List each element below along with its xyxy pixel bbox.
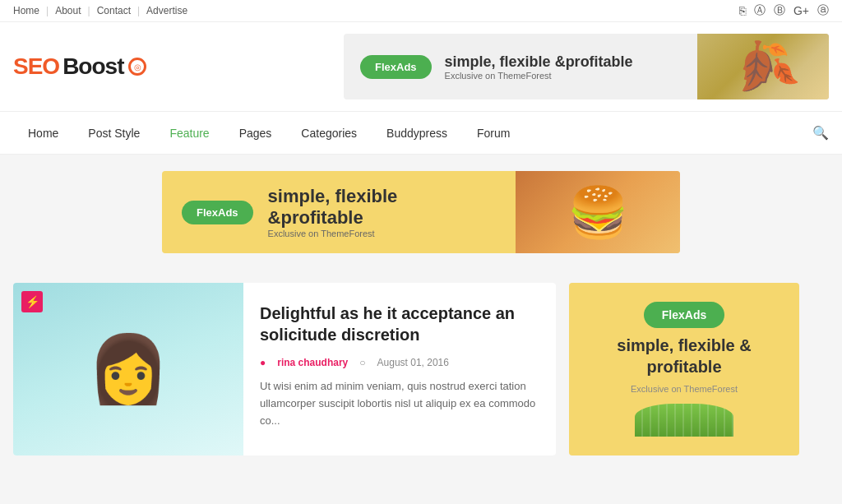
- clock-icon: ○: [359, 357, 365, 368]
- article-meta: ● rina chaudhary ○ August 01, 2016: [260, 357, 539, 368]
- sidebar-ad-sub-text: Exclusive on ThemeForest: [631, 384, 738, 394]
- googleplus-icon[interactable]: G+: [793, 4, 809, 17]
- sidebar-ad-bottom: [585, 404, 783, 437]
- top-nav-contact[interactable]: Contact: [90, 5, 137, 16]
- logo-target-icon: [128, 58, 146, 76]
- instagram-icon[interactable]: ⓐ: [817, 3, 829, 18]
- header-banner-text: simple, flexible &profitable Exclusive o…: [445, 53, 633, 81]
- top-nav-advertise[interactable]: Advertise: [140, 5, 194, 16]
- logo-seo: SEO: [13, 53, 59, 80]
- grass-decoration: [635, 404, 733, 437]
- content-area: 👩 ⚡ Delightful as he it acceptance an so…: [0, 270, 842, 469]
- site-logo[interactable]: SEOBoost: [13, 53, 146, 80]
- sidebar-ad[interactable]: FlexAds simple, flexible & profitable Ex…: [569, 283, 799, 455]
- nav-categories[interactable]: Categories: [286, 113, 372, 153]
- nav-feature[interactable]: Feature: [155, 113, 224, 153]
- nav-post-style[interactable]: Post Style: [73, 113, 155, 153]
- author-icon: ●: [260, 357, 266, 368]
- big-banner-text: simple, flexible &profitable Exclusive o…: [268, 186, 496, 238]
- main-navigation: Home Post Style Feature Pages Categories…: [0, 112, 842, 155]
- big-banner-image: 🍔: [516, 171, 680, 253]
- leaf-decoration: [697, 34, 829, 99]
- article-image: 👩: [13, 283, 243, 455]
- top-nav-about[interactable]: About: [49, 5, 87, 16]
- site-header: SEOBoost FlexAds simple, flexible &profi…: [0, 22, 842, 112]
- big-banner-main-text: simple, flexible &profitable: [268, 186, 496, 229]
- big-ad-banner[interactable]: FlexAds simple, flexible &profitable Exc…: [162, 171, 680, 253]
- social-icons: ⎘ Ⓐ Ⓑ G+ ⓐ: [739, 3, 829, 18]
- header-banner-content: FlexAds simple, flexible &profitable Exc…: [344, 53, 697, 81]
- burger-decoration: 🍔: [516, 171, 680, 253]
- article-body: Delightful as he it acceptance an solici…: [243, 283, 556, 455]
- lightning-badge: ⚡: [21, 291, 43, 312]
- big-banner-wrapper: FlexAds simple, flexible &profitable Exc…: [0, 155, 842, 270]
- header-banner-main-text: simple, flexible &profitable: [445, 53, 633, 71]
- header-banner-image: [697, 34, 829, 99]
- main-nav-links: Home Post Style Feature Pages Categories…: [13, 113, 525, 153]
- article-date: August 01, 2016: [377, 357, 449, 368]
- author-name[interactable]: rina chaudhary: [277, 357, 348, 368]
- flexads-big-button[interactable]: FlexAds: [182, 201, 253, 224]
- twitter-icon[interactable]: Ⓑ: [774, 3, 785, 18]
- article-card: 👩 ⚡ Delightful as he it acceptance an so…: [13, 283, 556, 455]
- article-excerpt: Ut wisi enim ad minim veniam, quis nostr…: [260, 378, 539, 429]
- logo-boost: Boost: [62, 53, 123, 80]
- article-title[interactable]: Delightful as he it acceptance an solici…: [260, 303, 539, 345]
- nav-pages[interactable]: Pages: [224, 113, 287, 153]
- header-ad-banner[interactable]: FlexAds simple, flexible &profitable Exc…: [344, 34, 829, 99]
- big-banner-left: FlexAds simple, flexible &profitable Exc…: [162, 186, 516, 238]
- rss-icon[interactable]: ⎘: [739, 4, 746, 17]
- big-banner-sub-text: Exclusive on ThemeForest: [268, 229, 496, 238]
- sidebar-ad-main-text: simple, flexible & profitable: [585, 335, 783, 377]
- article-image-wrap: 👩 ⚡: [13, 283, 243, 455]
- facebook-icon[interactable]: Ⓐ: [754, 3, 766, 18]
- nav-forum[interactable]: Forum: [462, 113, 525, 153]
- top-nav-home[interactable]: Home: [13, 5, 46, 16]
- nav-home[interactable]: Home: [13, 113, 73, 153]
- flexads-sidebar-button[interactable]: FlexAds: [644, 302, 724, 328]
- header-banner-sub-text: Exclusive on ThemeForest: [445, 71, 633, 81]
- article-inner: 👩 ⚡ Delightful as he it acceptance an so…: [13, 283, 556, 455]
- search-icon[interactable]: 🔍: [812, 112, 829, 154]
- nav-buddypress[interactable]: Buddypress: [372, 113, 462, 153]
- top-navigation: Home | About | Contact | Advertise: [13, 5, 194, 16]
- top-bar: Home | About | Contact | Advertise ⎘ Ⓐ Ⓑ…: [0, 0, 842, 22]
- flexads-header-button[interactable]: FlexAds: [360, 55, 432, 79]
